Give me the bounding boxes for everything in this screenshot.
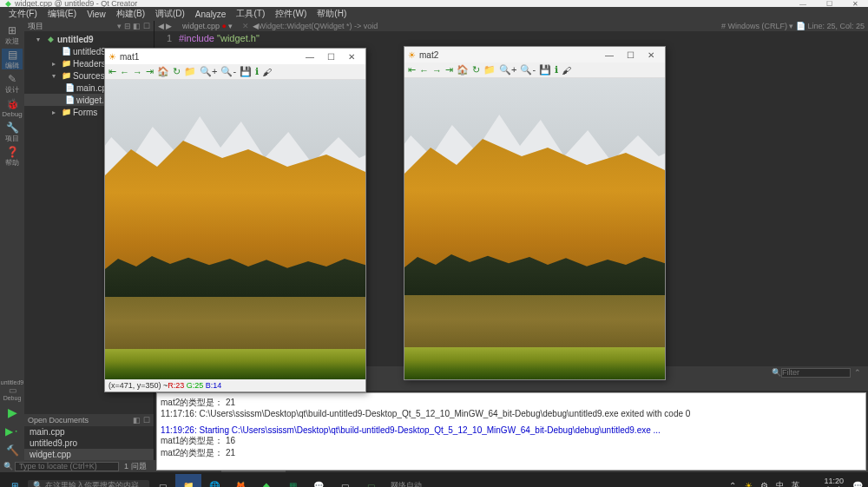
info-icon[interactable]: ℹ [555,64,558,76]
mat1-maximize[interactable]: ☐ [320,52,341,62]
taskbar-app-8[interactable]: ▭ [358,474,384,487]
menu-edit[interactable]: 编辑(E) [43,8,82,20]
locator-input[interactable] [15,462,119,471]
panel-controls[interactable]: ▾ ⊟ ◧ ☐ [117,22,150,30]
tree-root[interactable]: ▾◆untitled9 [24,33,154,45]
menubar: 文件(F) 编辑(E) View 构建(B) 调试(D) Analyze 工具(… [0,7,868,21]
zoom-in-icon[interactable]: 🔍+ [200,66,217,77]
mat1-minimize[interactable]: — [299,52,320,62]
notifications-icon[interactable]: 💬 [849,474,866,487]
save-icon[interactable]: 💾 [539,64,551,76]
nav-func-back-icon[interactable]: ◀ [253,22,259,30]
mode-edit[interactable]: ▤编辑 [2,49,23,69]
brush-icon[interactable]: 🖌 [262,67,272,77]
reload-icon[interactable]: ↻ [173,66,181,77]
zoom-out-icon[interactable]: 🔍- [220,66,236,77]
output-line: 11:17:16: C:\Users\ssissm\Desktop\qt\bui… [161,409,862,418]
output-line: mat2的类型是： 21 [161,447,862,459]
reload-icon[interactable]: ↻ [472,64,480,76]
application-output[interactable]: mat2的类型是： 21 11:17:16: C:\Users\ssissm\D… [156,392,866,471]
code-editor[interactable]: 1 #include "widget.h" [155,31,868,45]
open-doc-widget[interactable]: widget.cpp [24,449,154,460]
nav-prev-icon[interactable]: ← [419,65,429,76]
symbol-breadcrumb[interactable]: Widget::Widget(QWidget *) -> void [259,22,378,30]
run-target[interactable]: untitled9▭Debug [2,378,23,401]
menu-view[interactable]: View [82,10,111,19]
taskbar-app-3[interactable]: 🦊 [227,474,253,487]
mode-help[interactable]: ❓帮助 [2,146,23,167]
save-icon[interactable]: 💾 [240,66,252,77]
mode-design[interactable]: ✎设计 [2,73,23,94]
nav-fwd-icon[interactable]: ▶ [166,22,177,30]
nav-last-icon[interactable]: ⇥ [445,64,453,76]
mat2-minimize[interactable]: — [599,50,620,60]
mode-debug[interactable]: 🐞Debug [2,97,23,118]
mat2-maximize[interactable]: ☐ [620,50,641,60]
open-docs-controls[interactable]: ◧ ☐ [133,416,150,424]
nav-last-icon[interactable]: ⇥ [146,66,154,77]
tray-ime-2[interactable]: 英 [788,474,804,487]
image-window-mat1[interactable]: ☀ mat1 — ☐ ✕ ⇤ ← → ⇥ 🏠 ↻ 📁 🔍+ 🔍- 💾 ℹ 🖌 (… [104,48,366,392]
taskbar-clock[interactable]: 11:20 2022/11/2 [804,477,849,487]
mat2-toolbar: ⇤ ← → ⇥ 🏠 ↻ 📁 🔍+ 🔍- 💾 ℹ 🖌 [404,63,665,78]
mode-projects[interactable]: 🔧项目 [2,122,23,142]
debug-run-button[interactable]: ▶⬝ [2,424,23,439]
mode-selector: ⊞欢迎 ▤编辑 ✎设计 🐞Debug 🔧项目 ❓帮助 untitled9▭Deb… [0,21,24,460]
taskbar-app-6[interactable]: 💬 [306,474,332,487]
nav-prev-icon[interactable]: ← [120,67,129,77]
taskbar-app-4[interactable]: ◆ [253,474,279,487]
zoom-in-icon[interactable]: 🔍+ [499,64,516,76]
folder-icon[interactable]: 📁 [184,66,196,77]
editor-toolbar: ◀ ▶ widget.cpp ● ▾ ✕ ◀ Widget::Widget(QW… [155,21,868,31]
home-icon[interactable]: 🏠 [157,66,169,77]
filter-input[interactable] [781,368,851,378]
build-button[interactable]: 🔨 [2,443,23,458]
menu-debug[interactable]: 调试(D) [150,8,190,20]
nav-back-icon[interactable]: ◀ [158,22,166,30]
task-view-icon[interactable]: ▭ [149,474,175,487]
run-button[interactable]: ▶ [2,405,23,420]
mat2-close[interactable]: ✕ [641,50,661,60]
taskbar-app-7[interactable]: ▭ [332,474,358,487]
menu-build[interactable]: 构建(B) [111,8,150,20]
menu-window[interactable]: 控件(W) [270,8,312,20]
mat2-titlebar[interactable]: ☀ mat2 — ☐ ✕ [404,47,665,63]
menu-analyze[interactable]: Analyze [190,10,232,19]
info-icon[interactable]: ℹ [255,66,259,77]
taskbar-app-5[interactable]: ▦ [279,474,306,487]
home-icon[interactable]: 🏠 [457,64,469,76]
menu-file[interactable]: 文件(F) [3,8,43,20]
nav-next-icon[interactable]: → [133,67,142,77]
zoom-out-icon[interactable]: 🔍- [520,64,536,76]
open-doc-main[interactable]: main.cpp [24,426,154,438]
minimize-button[interactable]: — [790,0,816,7]
menu-help[interactable]: 帮助(H) [312,8,352,20]
tray-icon-2[interactable]: ⚙ [757,474,773,487]
tray-up-icon[interactable]: ⌃ [724,474,741,487]
nav-next-icon[interactable]: → [432,65,442,76]
nav-first-icon[interactable]: ⇤ [408,64,416,76]
open-doc-pro[interactable]: untitled9.pro [24,438,154,449]
mode-welcome[interactable]: ⊞欢迎 [2,24,23,45]
maximize-button[interactable]: ☐ [816,0,842,7]
brush-icon[interactable]: 🖌 [562,65,571,76]
taskbar-search[interactable]: 🔍 在这里输入你要搜索的内容 [28,480,149,488]
start-button[interactable]: ⊞ [2,474,28,487]
tray-ime[interactable]: 中 [773,474,788,487]
mat1-close[interactable]: ✕ [341,52,362,62]
mat1-titlebar[interactable]: ☀ mat1 — ☐ ✕ [105,49,365,64]
taskbar-app-2[interactable]: 🌐 [201,474,227,487]
mat2-title: mat2 [419,50,438,60]
folder-icon[interactable]: 📁 [483,64,496,76]
panel-issues[interactable]: 1 问题 [119,461,152,472]
windows-taskbar: ⊞ 🔍 在这里输入你要搜索的内容 ▭ 📁 🌐 🦊 ◆ ▦ 💬 ▭ ▭ 网络自动 … [0,472,868,487]
image-window-mat2[interactable]: ☀ mat2 — ☐ ✕ ⇤ ← → ⇥ 🏠 ↻ 📁 🔍+ 🔍- 💾 ℹ 🖌 [404,46,666,380]
editor-file-combo[interactable]: widget.cpp ● ▾ [177,22,239,30]
taskbar-app-1[interactable]: 📁 [175,474,201,487]
output-expand-icon[interactable]: ⌃ [851,368,865,377]
tray-icon-1[interactable]: ☀ [741,474,757,487]
menu-tools[interactable]: 工具(T) [231,8,270,20]
nav-first-icon[interactable]: ⇤ [108,66,116,77]
close-button[interactable]: ✕ [842,0,868,7]
open-documents-header: Open Documents ◧ ☐ [24,414,154,426]
